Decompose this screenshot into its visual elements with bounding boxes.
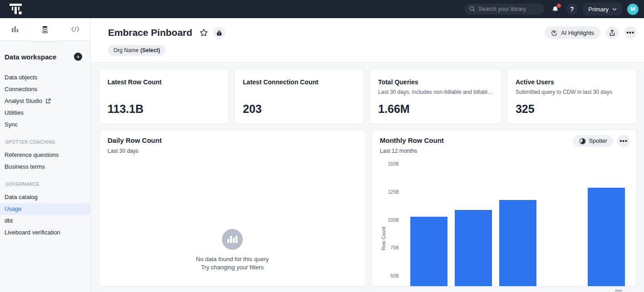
liveboard-content: Latest Row Count 113.1B Latest Connectio… [91, 63, 644, 287]
tab-liveboards[interactable] [0, 18, 30, 41]
star-icon [199, 28, 208, 37]
ellipsis-icon: ••• [626, 29, 634, 36]
ai-highlights-button[interactable]: AI Highlights [545, 26, 600, 39]
bar-chart-icon [11, 26, 19, 33]
kpi-card-active-users[interactable]: Active Users Submitted query to CDW in l… [507, 69, 637, 124]
sidebar-item-data-objects[interactable]: Data objects [0, 72, 90, 83]
sidebar-item-liveboard-verification[interactable]: Liveboard verification [0, 227, 90, 238]
search-input[interactable] [465, 4, 544, 15]
topbar: ? Primary M [0, 0, 644, 18]
kpi-value: 325 [516, 102, 628, 116]
code-icon [71, 26, 79, 32]
org-name-filter-chip[interactable]: Org Name(Select) [108, 45, 166, 56]
empty-chart-icon [222, 229, 243, 250]
y-tick-label: 150B [372, 161, 399, 166]
sidebar-tabs [0, 18, 90, 41]
notifications-button[interactable] [549, 3, 561, 15]
workspace-title: Data workspace [5, 53, 56, 61]
y-axis-label: Row Count [381, 227, 386, 250]
page-title: Embrace Pinboard [108, 27, 192, 38]
empty-state: No data found for this query Try changin… [99, 229, 365, 271]
share-icon [609, 29, 615, 36]
empty-state-title: No data found for this query [196, 256, 269, 263]
library-search [465, 4, 544, 15]
kpi-value: 113.1B [108, 102, 220, 116]
kpi-card-total-queries[interactable]: Total Queries Last 30 days, includes non… [369, 69, 501, 124]
sidebar-item-usage[interactable]: Usage [0, 203, 90, 215]
org-selector-label: Primary [588, 6, 609, 13]
section-label-governance: GOVERNANCE [0, 182, 90, 187]
sidebar-nav: Data objects Connections Analyst Studio … [0, 72, 90, 238]
sidebar-item-connections[interactable]: Connections [0, 83, 90, 95]
sidebar-item-reference-questions[interactable]: Reference questions [0, 149, 90, 161]
empty-state-subtitle: Try changing your filters [201, 264, 264, 271]
search-icon [469, 5, 476, 14]
sidebar-item-data-catalog[interactable]: Data catalog [0, 191, 90, 203]
plus-icon: + [76, 54, 80, 60]
add-button[interactable]: + [74, 53, 82, 61]
database-icon [42, 26, 48, 33]
user-avatar[interactable]: M [627, 4, 639, 15]
ai-sparkle-icon [551, 29, 558, 36]
favorite-button[interactable] [198, 27, 210, 39]
kpi-value: 203 [243, 102, 355, 116]
org-selector[interactable]: Primary [583, 3, 622, 15]
kpi-subtitle: Submitted query to CDW in last 30 days [516, 89, 628, 95]
chart-bar[interactable] [499, 200, 536, 286]
help-button[interactable]: ? [566, 3, 578, 15]
chart-bar[interactable] [410, 217, 447, 286]
external-link-icon [45, 98, 51, 104]
workspace-header: Data workspace + [0, 41, 90, 61]
kpi-subtitle: Last 30 days, includes non-billable and … [378, 89, 493, 95]
question-mark-icon: ? [570, 5, 574, 13]
sidebar-item-utilities[interactable]: Utilities [0, 107, 90, 119]
chart-bar[interactable] [588, 188, 625, 286]
sidebar: Data workspace + Data objects Connection… [0, 18, 91, 292]
daily-row-count-card[interactable]: Daily Row Count Last 30 days No data fou… [99, 130, 366, 287]
chevron-down-icon [612, 8, 617, 11]
y-tick-label: 50B [372, 273, 399, 278]
sidebar-item-business-terms[interactable]: Business terms [0, 161, 90, 173]
lock-icon [216, 30, 222, 36]
monthly-row-count-card[interactable]: Monthly Row Count Last 12 months Spotter [371, 130, 637, 287]
share-button[interactable] [606, 26, 619, 39]
chart-bar[interactable] [455, 210, 492, 286]
sidebar-item-dbt[interactable]: dbt [0, 215, 90, 227]
monthly-chart-plot: 150B 125B 100B 75B 50B Row Count [372, 130, 636, 286]
kpi-title: Active Users [516, 78, 628, 86]
chart-scrollbar-thumb[interactable] [615, 290, 622, 292]
y-tick-label: 100B [372, 217, 399, 223]
kpi-title: Latest Row Count [108, 78, 220, 86]
page-header: Embrace Pinboard [91, 18, 644, 63]
lock-button[interactable] [213, 27, 225, 39]
sidebar-item-analyst-studio[interactable]: Analyst Studio [0, 95, 90, 107]
ai-highlights-label: AI Highlights [561, 29, 594, 36]
kpi-value: 1.66M [378, 102, 493, 116]
tab-data-workspace[interactable] [30, 18, 60, 41]
kpi-card-latest-connection-count[interactable]: Latest Connection Count 203 [234, 69, 364, 124]
notification-badge [557, 4, 561, 8]
kpi-title: Total Queries [378, 78, 493, 86]
section-label-spotter-coaching: SPOTTER COACHING [0, 140, 90, 145]
kpi-title: Latest Connection Count [243, 78, 355, 86]
more-options-button[interactable]: ••• [624, 26, 637, 39]
card-subtitle: Last 30 days [108, 148, 359, 154]
kpi-card-latest-row-count[interactable]: Latest Row Count 113.1B [99, 69, 229, 124]
card-title: Daily Row Count [108, 136, 359, 144]
sidebar-item-sync[interactable]: Sync [0, 119, 90, 131]
tab-code[interactable] [60, 18, 90, 41]
y-tick-label: 125B [372, 189, 399, 195]
thoughtspot-logo-icon[interactable] [9, 3, 23, 15]
